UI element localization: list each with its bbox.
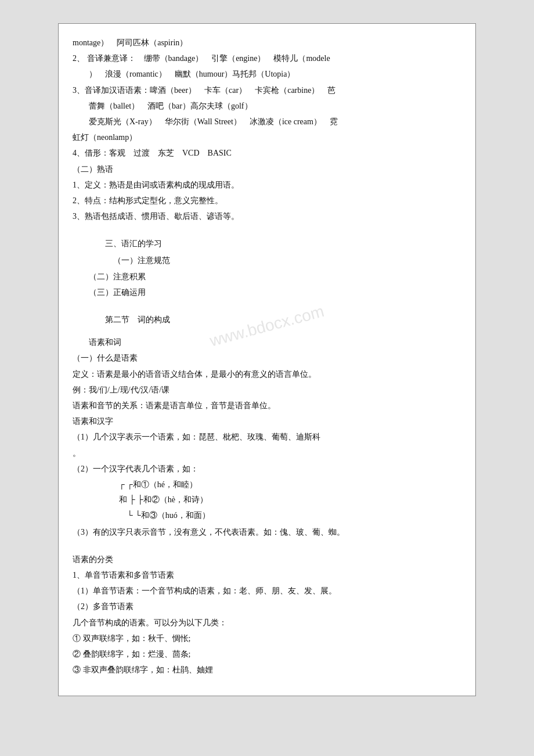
line4: 3、音译加汉语语素：啤酒（beer） 卡车（car） 卡宾枪（carbine） … bbox=[73, 83, 461, 98]
he-text2: ├和②（hè，和诗） bbox=[138, 492, 208, 508]
class1-2-3: ③ 非双声叠韵联绵字，如：杜鹃、妯娌 bbox=[73, 663, 461, 677]
line3: ） 浪漫（romantic） 幽默（humour）马托邦（Utopia） bbox=[73, 67, 461, 81]
line2: 2、 音译兼意译： 绷带（bandage） 引擎（engine） 模特儿（mod… bbox=[73, 51, 461, 66]
he-line1: ┌ ┌和①（hé，和睦） bbox=[119, 477, 461, 493]
morpheme-ex: 例：我/们/上/现/代/汉/语/课 bbox=[73, 383, 461, 397]
he-line3: └ └和③（huó，和面） bbox=[119, 508, 461, 524]
morpheme-hanzi3: （3）有的汉字只表示音节，没有意义，不代表语素。如：傀、玻、葡、蜘。 bbox=[73, 525, 461, 539]
sub3-title: （三）正确运用 bbox=[73, 285, 461, 300]
line1: montage） 阿司匹林（aspirin） bbox=[73, 35, 461, 50]
blank3 bbox=[73, 329, 461, 335]
he-text1: ┌和①（hé，和睦） bbox=[127, 477, 197, 493]
line10: 1、定义：熟语是由词或语素构成的现成用语。 bbox=[73, 178, 461, 192]
he-bracket2: ├ bbox=[129, 492, 135, 508]
morpheme-class: 语素的分类 bbox=[73, 552, 461, 567]
line12: 3、熟语包括成语、惯用语、歇后语、谚语等。 bbox=[73, 209, 461, 224]
class1: 1、单音节语素和多音节语素 bbox=[73, 568, 461, 582]
class1-1: （1）单音节语素：一个音节构成的语素，如：老、师、朋、友、发、展。 bbox=[73, 584, 461, 598]
line7: 虹灯（neonlamp） bbox=[73, 130, 461, 145]
he-text3: └和③（huó，和面） bbox=[135, 508, 210, 524]
line8: 4、借形：客观 过渡 东芝 VCD BASIC bbox=[73, 146, 461, 160]
line6: 爱克斯光（X-ray） 华尔街（Wall Street） 冰激凌（ice cre… bbox=[73, 114, 461, 129]
class1-2b: 几个音节构成的语素。可以分为以下几类： bbox=[73, 615, 461, 630]
page-container: www.bdocx.com montage） 阿司匹林（aspirin） 2、 … bbox=[58, 23, 476, 696]
section4-title: 第二节 词的构成 bbox=[73, 312, 461, 327]
morpheme1: （一）什么是语素 bbox=[73, 351, 461, 365]
blank1 bbox=[73, 225, 461, 231]
line5: 蕾舞（ballet） 酒吧（bar）高尔夫球（golf） bbox=[73, 99, 461, 113]
he-bracket3: └ bbox=[127, 508, 133, 524]
morpheme-def: 定义：语素是最小的语音语义结合体，是最小的有意义的语言单位。 bbox=[73, 367, 461, 381]
morpheme-hanzi2: （2）一个汉字代表几个语素，如： bbox=[73, 462, 461, 476]
class1-2-2: ② 叠韵联绵字，如：烂漫、茴条; bbox=[73, 647, 461, 661]
he-line2: 和 ├ ├和②（hè，和诗） bbox=[119, 492, 461, 508]
morpheme-rel: 语素和音节的关系：语素是语言单位，音节是语音单位。 bbox=[73, 398, 461, 413]
class1-2: （2）多音节语素 bbox=[73, 599, 461, 614]
blank4 bbox=[73, 541, 461, 546]
line9: （二）熟语 bbox=[73, 162, 461, 177]
morpheme-hanzi1: （1）几个汉字表示一个语素，如：琵琶、枇杷、玫瑰、葡萄、迪斯科 bbox=[73, 430, 461, 444]
blank5 bbox=[73, 546, 461, 552]
section3-title: 三、语汇的学习 bbox=[73, 236, 461, 251]
line11: 2、特点：结构形式定型化，意义完整性。 bbox=[73, 193, 461, 208]
blank2 bbox=[73, 301, 461, 307]
he-diagram: ┌ ┌和①（hé，和睦） 和 ├ ├和②（hè，和诗） └ └和③（huó，和面… bbox=[119, 477, 461, 524]
class1-2-1: ① 双声联绵字，如：秋千、惆怅; bbox=[73, 631, 461, 646]
morpheme-title: 语素和词 bbox=[73, 335, 461, 350]
sub1-title: （一）注意规范 bbox=[73, 253, 461, 268]
morpheme-hanzi-title: 语素和汉字 bbox=[73, 414, 461, 429]
he-bracket1: ┌ bbox=[119, 477, 125, 493]
sub2-title: （二）注意积累 bbox=[73, 269, 461, 284]
he-label: 和 bbox=[119, 492, 127, 508]
morpheme-hanzi1b: 。 bbox=[73, 446, 461, 460]
